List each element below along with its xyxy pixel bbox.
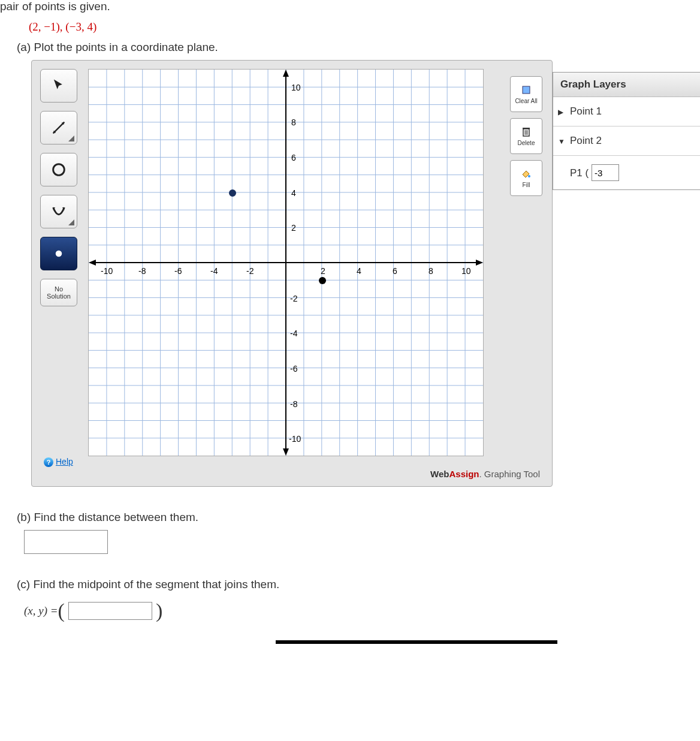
- p1-prefix: P1 (: [570, 167, 589, 179]
- intro-text: pair of points is given.: [0, 0, 700, 13]
- x-tick-8: 8: [429, 266, 433, 276]
- point-tool[interactable]: [40, 237, 77, 270]
- svg-point-61: [528, 175, 530, 177]
- y-tick-n8: -8: [290, 399, 297, 409]
- x-tick-n2: -2: [246, 266, 254, 276]
- p1-x-input[interactable]: [592, 164, 619, 181]
- graph-layers-panel: Graph Layers ▶ Point 1 ▼ Point 2 P1 (: [553, 72, 700, 190]
- brand-assign: Assign: [449, 469, 479, 479]
- given-points: (2, −1), (−3, 4): [29, 20, 700, 34]
- midpoint-prefix: (x, y) =: [24, 604, 58, 618]
- layer-point-2-label: Point 2: [570, 135, 602, 146]
- y-tick-n10: -10: [289, 434, 301, 444]
- help-link[interactable]: Help: [44, 457, 73, 467]
- clear-all-label: Clear All: [515, 98, 537, 104]
- svg-marker-52: [283, 448, 289, 456]
- svg-marker-51: [283, 70, 289, 77]
- svg-marker-54: [476, 260, 483, 266]
- graphing-tool-panel: No Solution Help: [31, 60, 553, 487]
- grid-svg: [89, 70, 483, 456]
- delete-label: Delete: [518, 140, 535, 146]
- delete-button[interactable]: Delete: [510, 118, 542, 154]
- chevron-down-icon: ▼: [558, 137, 565, 146]
- y-tick-2: 2: [291, 223, 296, 233]
- line-tool[interactable]: [40, 111, 77, 144]
- layer-point-1[interactable]: ▶ Point 1: [553, 97, 700, 126]
- pointer-tool[interactable]: [40, 69, 77, 103]
- clear-all-button[interactable]: Clear All: [510, 76, 542, 112]
- y-tick-n4: -4: [290, 329, 297, 338]
- distance-input[interactable]: [24, 530, 108, 554]
- plot-canvas[interactable]: 10 8 6 4 2 -2 -4 -6 -8 -10 -10 -8 -6 -4 …: [88, 69, 484, 456]
- circle-tool[interactable]: [40, 153, 77, 186]
- chevron-right-icon: ▶: [558, 108, 563, 116]
- tool-palette: No Solution: [40, 69, 86, 306]
- fill-label: Fill: [523, 182, 530, 188]
- fill-icon: [521, 168, 532, 179]
- svg-point-6: [56, 251, 62, 257]
- clear-all-icon: [521, 85, 532, 95]
- svg-rect-55: [523, 86, 530, 94]
- x-tick-6: 6: [393, 266, 397, 276]
- parabola-tool[interactable]: [40, 195, 77, 228]
- x-tick-2: 2: [321, 266, 325, 276]
- y-tick-n6: -6: [290, 364, 297, 373]
- y-tick-8: 8: [291, 118, 296, 127]
- y-tick-6: 6: [291, 153, 296, 162]
- layer-point-2[interactable]: ▼ Point 2: [553, 126, 700, 156]
- layer-p1-row: P1 (: [553, 156, 700, 189]
- no-solution-label2: Solution: [47, 293, 71, 300]
- x-tick-n4: -4: [210, 266, 218, 276]
- x-tick-n10: -10: [101, 266, 113, 276]
- plotted-point-1[interactable]: [229, 189, 236, 197]
- decorative-bar: [276, 640, 557, 644]
- svg-marker-53: [89, 260, 96, 266]
- part-a-prompt: (a) Plot the points in a coordinate plan…: [17, 41, 700, 54]
- y-tick-4: 4: [291, 188, 296, 198]
- x-tick-n6: -6: [174, 266, 182, 276]
- trash-icon: [521, 126, 532, 137]
- x-tick-n8: -8: [138, 266, 146, 276]
- svg-rect-60: [523, 128, 530, 129]
- part-b-prompt: (b) Find the distance between them.: [17, 511, 700, 524]
- fill-button[interactable]: Fill: [510, 160, 542, 196]
- plotted-point-2[interactable]: [319, 277, 326, 284]
- no-solution-button[interactable]: No Solution: [40, 279, 77, 306]
- open-paren: (: [58, 600, 65, 622]
- midpoint-input[interactable]: [68, 602, 152, 620]
- svg-point-3: [53, 164, 65, 176]
- midpoint-row: (x, y) = ( ): [24, 600, 700, 622]
- y-tick-10: 10: [291, 83, 301, 92]
- y-tick-n2: -2: [290, 294, 297, 303]
- canvas-controls: Clear All Delete Fill: [510, 76, 545, 202]
- layer-point-1-label: Point 1: [570, 106, 602, 117]
- brand-web: Web: [430, 469, 449, 479]
- no-solution-label1: No: [55, 285, 63, 293]
- close-paren: ): [156, 600, 162, 622]
- brand-tail: . Graphing Tool: [479, 469, 540, 479]
- x-tick-4: 4: [357, 266, 361, 276]
- graph-layers-title: Graph Layers: [553, 73, 700, 97]
- x-tick-10: 10: [461, 266, 471, 276]
- brand-footer: WebAssign. Graphing Tool: [430, 469, 540, 479]
- part-c-prompt: (c) Find the midpoint of the segment tha…: [17, 578, 700, 591]
